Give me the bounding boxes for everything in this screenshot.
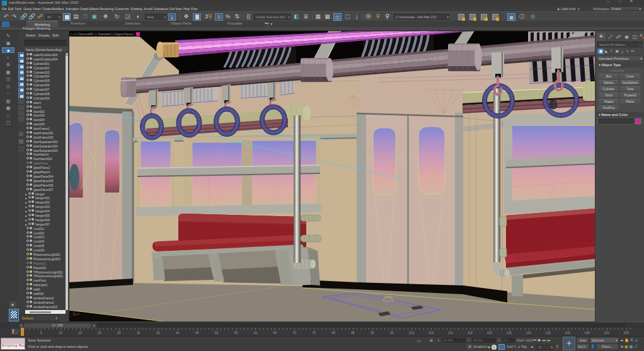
svg-text:[ + ] [ Camera001 ] [ Standard: [ + ] [ Camera001 ] [ Standard ] [ Edged… — [71, 33, 134, 36]
